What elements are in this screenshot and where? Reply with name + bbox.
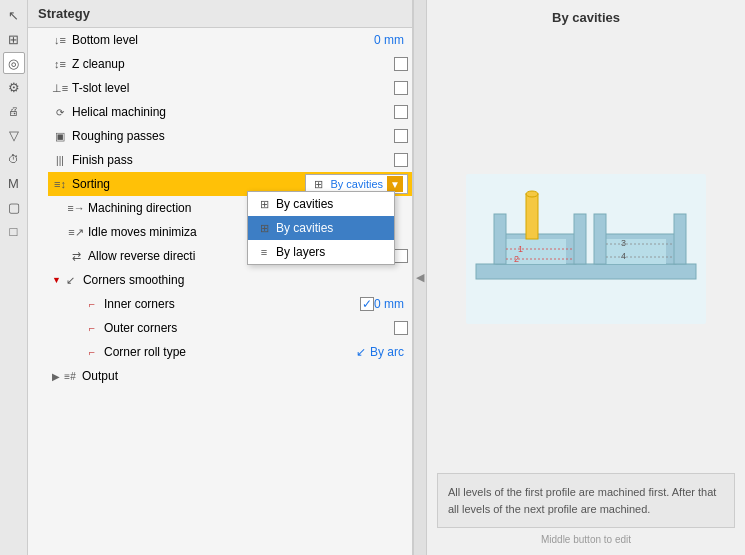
helical-label: Helical machining xyxy=(72,105,166,119)
svg-point-11 xyxy=(526,191,538,197)
sorting-value: By cavities xyxy=(330,178,383,190)
outer-corners-label: Outer corners xyxy=(104,321,177,335)
roughing-label: Roughing passes xyxy=(72,129,165,143)
z-cleanup-checkbox[interactable] xyxy=(394,57,408,71)
roughing-passes-row[interactable]: ▣ Roughing passes xyxy=(48,124,412,148)
clock-icon[interactable]: ⏱ xyxy=(3,148,25,170)
sorting-icon: ≡↕ xyxy=(52,176,68,192)
svg-rect-9 xyxy=(674,214,686,264)
inner-corners-icon: ⌐ xyxy=(84,296,100,312)
t-slot-row[interactable]: ⊥≡ T-slot level xyxy=(48,76,412,100)
funnel-icon[interactable]: ▽ xyxy=(3,124,25,146)
preview-hint: Middle button to edit xyxy=(437,534,735,545)
settings-title: Strategy xyxy=(28,0,412,28)
inner-corners-label: Inner corners xyxy=(104,297,175,311)
cursor-icon[interactable]: ↖ xyxy=(3,4,25,26)
corner-roll-value: ↙ By arc xyxy=(356,345,404,359)
svg-rect-8 xyxy=(594,214,606,264)
t-slot-checkbox[interactable] xyxy=(394,81,408,95)
corner-roll-type-row[interactable]: ⌐ Corner roll type ↙ By arc xyxy=(80,340,412,364)
dropdown-item-by-cavities[interactable]: ⊞ By cavities xyxy=(248,192,394,216)
panel-collapse-handle[interactable]: ◀ xyxy=(413,0,427,555)
helical-icon: ⟳ xyxy=(52,104,68,120)
svg-rect-6 xyxy=(494,214,506,264)
by-cavities-diagram: 1 2 3 4 xyxy=(466,174,706,324)
settings-icon[interactable]: ⚙ xyxy=(3,76,25,98)
preview-description: All levels of the first profile are mach… xyxy=(437,473,735,528)
corners-smoothing-label: Corners smoothing xyxy=(83,273,184,287)
bottom-level-value: 0 mm xyxy=(374,33,404,47)
corner-roll-icon2: ↙ xyxy=(356,345,366,359)
z-cleanup-icon: ↕≡ xyxy=(52,56,68,72)
helical-machining-row[interactable]: ⟳ Helical machining xyxy=(48,100,412,124)
z-cleanup-row[interactable]: ↕≡ Z cleanup xyxy=(48,52,412,76)
sorting-dropdown: ⊞ By cavities ⊞ By cavities ≡ By layers xyxy=(247,191,395,265)
by-layers-icon: ≡ xyxy=(256,244,272,260)
inner-corners-checkbox[interactable]: ✓ xyxy=(360,297,374,311)
target-icon[interactable]: ◎ xyxy=(3,52,25,74)
t-slot-label: T-slot level xyxy=(72,81,129,95)
t-slot-icon: ⊥≡ xyxy=(52,80,68,96)
output-toggle[interactable]: ▶ xyxy=(52,371,60,382)
roughing-icon: ▣ xyxy=(52,128,68,144)
by-cavities-sel-icon: ⊞ xyxy=(256,220,272,236)
svg-rect-1 xyxy=(476,264,696,279)
idle-moves-icon: ≡↗ xyxy=(68,224,84,240)
collapse-chevron-icon: ◀ xyxy=(416,271,424,284)
by-layers-label: By layers xyxy=(276,245,325,259)
output-icon: ≡# xyxy=(62,368,78,384)
sorting-dropdown-arrow[interactable]: ▼ xyxy=(387,176,403,192)
corner-roll-icon: ⌐ xyxy=(84,344,100,360)
helical-checkbox[interactable] xyxy=(394,105,408,119)
finish-label: Finish pass xyxy=(72,153,133,167)
M-icon[interactable]: M xyxy=(3,172,25,194)
z-cleanup-label: Z cleanup xyxy=(72,57,125,71)
main-panel: Strategy ↓≡ Bottom level 0 mm ↕≡ Z clean… xyxy=(28,0,745,555)
dropdown-item-by-cavities-selected[interactable]: ⊞ By cavities xyxy=(248,216,394,240)
svg-text:4: 4 xyxy=(621,251,626,261)
svg-rect-10 xyxy=(526,194,538,239)
corners-smoothing-icon: ↙ xyxy=(63,272,79,288)
by-cavities-icon: ⊞ xyxy=(310,176,326,192)
bottom-level-label: Bottom level xyxy=(72,33,138,47)
roughing-checkbox[interactable] xyxy=(394,129,408,143)
svg-rect-7 xyxy=(574,214,586,264)
by-cavities-opt-label: By cavities xyxy=(276,197,333,211)
by-cavities-sel-label: By cavities xyxy=(276,221,333,235)
finish-pass-row[interactable]: ||| Finish pass xyxy=(48,148,412,172)
inner-corners-check: ✓ xyxy=(362,297,372,311)
preview-panel: By cavities xyxy=(427,0,745,555)
corners-collapse-arrow[interactable]: ▼ xyxy=(52,275,61,285)
outer-corners-row[interactable]: ⌐ Outer corners xyxy=(80,316,412,340)
dropdown-item-by-layers[interactable]: ≡ By layers xyxy=(248,240,394,264)
printer-icon[interactable]: 🖨 xyxy=(3,100,25,122)
inner-corners-value: 0 mm xyxy=(374,297,404,311)
svg-rect-5 xyxy=(606,239,666,264)
preview-image: 1 2 3 4 xyxy=(437,35,735,463)
allow-reverse-icon: ⇄ xyxy=(68,248,84,264)
sorting-label: Sorting xyxy=(72,177,110,191)
bottom-level-row[interactable]: ↓≡ Bottom level 0 mm xyxy=(48,28,412,52)
outer-corners-checkbox[interactable] xyxy=(394,321,408,335)
by-cavities-opt-icon: ⊞ xyxy=(256,196,272,212)
outer-corners-icon: ⌐ xyxy=(84,320,100,336)
allow-reverse-checkbox[interactable] xyxy=(394,249,408,263)
preview-title: By cavities xyxy=(437,10,735,25)
bottom-level-icon: ↓≡ xyxy=(52,32,68,48)
machining-dir-icon: ≡→ xyxy=(68,200,84,216)
inner-corners-row[interactable]: ⌐ Inner corners ✓ 0 mm xyxy=(80,292,412,316)
square-icon[interactable]: □ xyxy=(3,220,25,242)
output-row[interactable]: ▶ ≡# Output xyxy=(48,364,412,388)
finish-icon: ||| xyxy=(52,152,68,168)
box-icon[interactable]: ▢ xyxy=(3,196,25,218)
corner-roll-label: Corner roll type xyxy=(104,345,186,359)
settings-panel: Strategy ↓≡ Bottom level 0 mm ↕≡ Z clean… xyxy=(28,0,413,555)
grid-icon[interactable]: ⊞ xyxy=(3,28,25,50)
allow-reverse-label: Allow reverse directi xyxy=(88,249,195,263)
finish-checkbox[interactable] xyxy=(394,153,408,167)
corners-smoothing-row[interactable]: ▼ ↙ Corners smoothing xyxy=(48,268,412,292)
machining-dir-label: Machining direction xyxy=(88,201,191,215)
svg-text:3: 3 xyxy=(621,238,626,248)
output-label: Output xyxy=(82,369,118,383)
idle-moves-label: Idle moves minimiza xyxy=(88,225,197,239)
